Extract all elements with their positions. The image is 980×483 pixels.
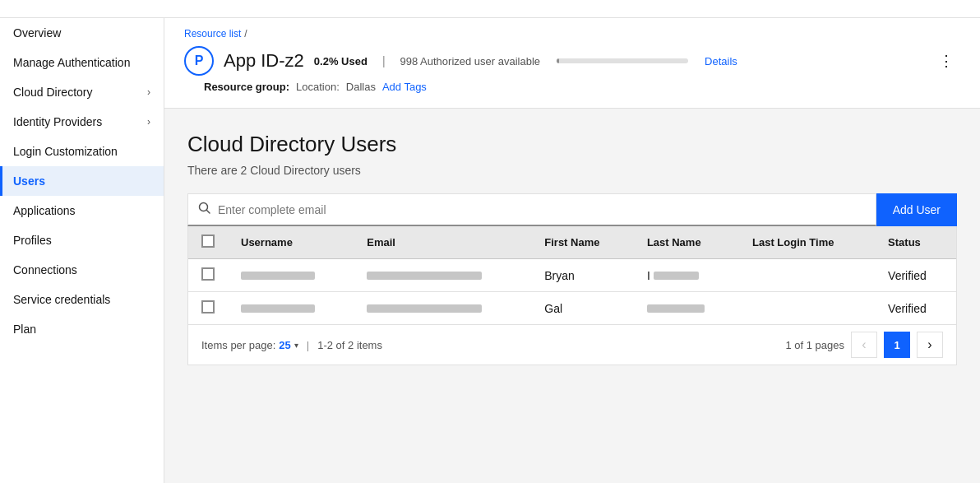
search-input[interactable] xyxy=(218,203,866,216)
pages-info: 1 of 1 pages xyxy=(785,339,844,351)
users-table-container: Username Email First Name Last Name Last… xyxy=(187,226,957,365)
usage-badge: 0.2% Used xyxy=(314,55,368,67)
breadcrumb-separator: / xyxy=(244,28,247,39)
pagination-left: Items per page: 25 ▾ | 1-2 of 2 items xyxy=(201,339,382,351)
top-bar xyxy=(0,0,980,18)
app-header: P App ID-z2 0.2% Used | 998 Authorized u… xyxy=(184,46,960,76)
sidebar-item-label-connections: Connections xyxy=(13,263,77,276)
current-page-indicator: 1 xyxy=(884,332,910,358)
row-first-name: Gal xyxy=(531,292,634,325)
header-bar: Resource list / P App ID-z2 0.2% Used | … xyxy=(164,18,980,109)
row-first-name: Bryan xyxy=(531,259,634,292)
sidebar-item-label-profiles: Profiles xyxy=(13,234,52,247)
app-icon: P xyxy=(184,46,214,76)
table-row: GalVerified xyxy=(188,292,956,325)
row-status: Verified xyxy=(875,292,956,325)
search-row: Add User xyxy=(187,193,957,226)
sidebar-item-label-identity-providers: Identity Providers xyxy=(13,115,102,128)
per-page-value[interactable]: 25 xyxy=(279,339,290,351)
row-last-name: I xyxy=(634,259,739,292)
svg-line-1 xyxy=(207,211,210,214)
progress-fill xyxy=(557,58,559,63)
pagination-right: 1 of 1 pages ‹ 1 › xyxy=(785,332,943,358)
select-all-checkbox[interactable] xyxy=(201,235,215,248)
breadcrumb-resource-list[interactable]: Resource list xyxy=(184,28,241,39)
page-content: Cloud Directory Users There are 2 Cloud … xyxy=(164,109,980,483)
header-status: Status xyxy=(875,226,956,259)
main-layout: OverviewManage AuthenticationCloud Direc… xyxy=(0,18,980,483)
sidebar-item-label-manage-authentication: Manage Authentication xyxy=(13,56,130,69)
breadcrumb: Resource list / xyxy=(184,28,960,39)
prev-page-button[interactable]: ‹ xyxy=(851,332,877,358)
pagination-row: Items per page: 25 ▾ | 1-2 of 2 items 1 … xyxy=(188,324,956,365)
content-area: Resource list / P App ID-z2 0.2% Used | … xyxy=(164,18,980,483)
row-email xyxy=(354,292,531,325)
sidebar-item-overview[interactable]: Overview xyxy=(0,18,164,48)
header-last-name: Last Name xyxy=(634,226,739,259)
sidebar-item-label-applications: Applications xyxy=(13,204,76,217)
row-checkbox[interactable] xyxy=(201,267,215,281)
search-container xyxy=(187,193,876,226)
sidebar-item-label-cloud-directory: Cloud Directory xyxy=(13,86,92,99)
location-value: Dallas xyxy=(346,81,376,93)
add-tags-link[interactable]: Add Tags xyxy=(382,81,427,93)
row-checkbox-cell xyxy=(188,292,228,325)
sidebar-item-identity-providers[interactable]: Identity Providers› xyxy=(0,107,164,137)
sidebar-item-applications[interactable]: Applications xyxy=(0,196,164,225)
next-page-button[interactable]: › xyxy=(917,332,943,358)
chevron-icon-identity-providers: › xyxy=(147,116,150,128)
sidebar: OverviewManage AuthenticationCloud Direc… xyxy=(0,18,164,483)
more-options-icon[interactable]: ⋮ xyxy=(932,49,960,73)
authorized-text: 998 Authorized user available xyxy=(400,55,541,67)
sidebar-item-profiles[interactable]: Profiles xyxy=(0,225,164,255)
sidebar-item-label-service-credentials: Service credentials xyxy=(13,293,110,306)
row-checkbox[interactable] xyxy=(201,300,215,313)
row-last-name xyxy=(634,292,739,325)
row-last-login xyxy=(739,259,875,292)
pagination-divider: | xyxy=(307,339,309,351)
row-email xyxy=(354,259,531,292)
row-username xyxy=(228,292,354,325)
page-subtitle: There are 2 Cloud Directory users xyxy=(187,164,957,177)
sidebar-item-label-login-customization: Login Customization xyxy=(13,145,118,158)
table-row: BryanI Verified xyxy=(188,259,956,292)
row-status: Verified xyxy=(875,259,956,292)
header-last-login: Last Login Time xyxy=(739,226,875,259)
sidebar-item-label-users: Users xyxy=(13,174,45,188)
resource-row: Resource group: Location: Dallas Add Tag… xyxy=(184,76,960,101)
sidebar-item-label-overview: Overview xyxy=(13,26,61,39)
sidebar-item-users[interactable]: Users xyxy=(0,166,164,196)
usage-progress-bar xyxy=(557,58,688,63)
header-separator: | xyxy=(382,54,386,67)
row-last-login xyxy=(739,292,875,325)
table-header-row: Username Email First Name Last Name Last… xyxy=(188,226,956,259)
add-user-button[interactable]: Add User xyxy=(876,193,957,226)
sidebar-item-label-plan: Plan xyxy=(13,323,36,336)
sidebar-item-connections[interactable]: Connections xyxy=(0,255,164,285)
items-range: 1-2 of 2 items xyxy=(317,339,382,351)
search-icon xyxy=(198,202,211,217)
row-checkbox-cell xyxy=(188,259,228,292)
app-title: App ID-z2 xyxy=(224,50,304,72)
page-title: Cloud Directory Users xyxy=(187,132,957,157)
sidebar-item-plan[interactable]: Plan xyxy=(0,314,164,344)
resource-group-label: Resource group: xyxy=(204,81,289,93)
users-table: Username Email First Name Last Name Last… xyxy=(188,226,956,324)
header-username: Username xyxy=(228,226,354,259)
location-label: Location: xyxy=(296,81,340,93)
header-first-name: First Name xyxy=(531,226,634,259)
header-email: Email xyxy=(354,226,531,259)
per-page-chevron-icon[interactable]: ▾ xyxy=(294,341,298,350)
table-body: BryanI VerifiedGalVerified xyxy=(188,259,956,325)
items-per-page-label: Items per page: xyxy=(201,339,275,351)
sidebar-item-login-customization[interactable]: Login Customization xyxy=(0,137,164,166)
sidebar-item-cloud-directory[interactable]: Cloud Directory› xyxy=(0,77,164,107)
sidebar-item-service-credentials[interactable]: Service credentials xyxy=(0,285,164,314)
sidebar-item-manage-authentication[interactable]: Manage Authentication xyxy=(0,48,164,77)
row-username xyxy=(228,259,354,292)
details-link[interactable]: Details xyxy=(705,55,737,67)
chevron-icon-cloud-directory: › xyxy=(147,86,150,98)
header-checkbox-cell xyxy=(188,226,228,259)
